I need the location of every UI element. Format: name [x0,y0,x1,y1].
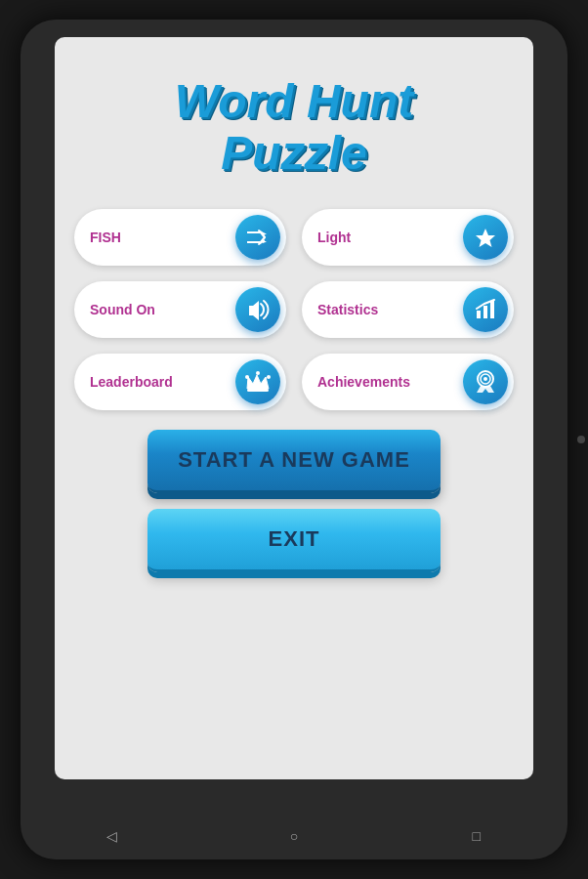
app-title: Word Hunt Puzzle [175,76,413,180]
stats-icon [463,287,508,332]
theme-icon [463,215,508,260]
svg-rect-5 [247,389,269,392]
exit-button-label: EXIT [269,526,320,551]
app-screen: Word Hunt Puzzle FISH L [55,37,533,779]
tablet-frame: Word Hunt Puzzle FISH L [21,20,567,859]
options-grid: FISH Light [74,209,514,410]
svg-point-6 [245,375,249,379]
shuffle-icon [235,215,280,260]
leaderboard-button[interactable]: Leaderboard [74,354,286,410]
exit-button[interactable]: EXIT [147,509,441,572]
svg-point-11 [483,377,487,381]
back-nav-icon[interactable]: ◁ [102,826,121,846]
fish-button[interactable]: FISH [74,209,286,266]
sound-icon [235,287,280,332]
svg-point-7 [267,375,271,379]
light-label: Light [317,230,351,245]
recent-nav-icon[interactable]: □ [467,826,486,846]
svg-rect-1 [477,311,481,318]
svg-point-8 [256,371,260,375]
title-line1: Word Hunt [175,75,413,127]
crown-icon [235,359,280,404]
start-button-label: START A NEW GAME [178,447,410,472]
statistics-label: Statistics [317,302,378,317]
statistics-button[interactable]: Statistics [302,281,514,338]
sound-button[interactable]: Sound On [74,281,286,338]
title-line2: Puzzle [221,127,366,179]
sound-label: Sound On [90,302,155,317]
nav-bar: ◁ ○ □ [21,820,567,850]
achievements-label: Achievements [317,374,410,390]
camera-dot [577,436,585,443]
badge-icon [463,359,508,404]
achievements-button[interactable]: Achievements [302,354,514,410]
leaderboard-label: Leaderboard [90,374,173,390]
light-button[interactable]: Light [302,209,514,266]
svg-rect-2 [483,306,487,318]
start-new-game-button[interactable]: START A NEW GAME [147,430,441,493]
svg-marker-0 [476,229,495,247]
fish-label: FISH [90,230,121,245]
home-nav-icon[interactable]: ○ [284,826,304,846]
